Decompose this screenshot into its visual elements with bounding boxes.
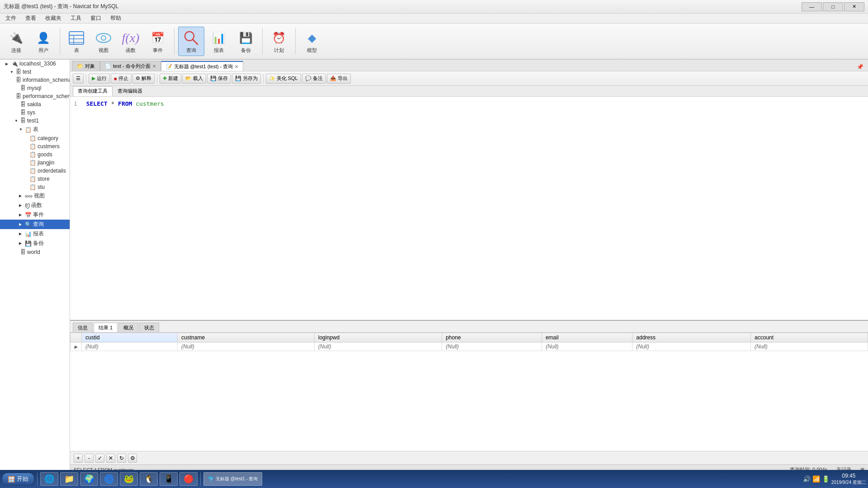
saveas-button[interactable]: 💾 另存为	[232, 74, 261, 84]
taskbar-navicat[interactable]: 🐬 无标题 @test1 - 查询	[203, 472, 262, 486]
th-phone[interactable]: phone	[442, 333, 542, 343]
sidebar-reports-group[interactable]: ▶ 📊 报表	[0, 229, 70, 239]
toolbar-connect[interactable]: 🔌 连接	[4, 27, 29, 56]
editor-area[interactable]: 1 SELECT * FROM custmers	[70, 97, 868, 320]
result-tab-result1[interactable]: 结果 1	[94, 323, 118, 332]
td-address[interactable]: (Null)	[632, 343, 751, 351]
run-button[interactable]: ▶ 运行	[89, 74, 110, 84]
result-tab-overview[interactable]: 概况	[118, 323, 138, 332]
explain-button[interactable]: ⚙ 解释	[132, 74, 155, 84]
toolbar-query[interactable]: 查询	[178, 27, 204, 56]
th-email[interactable]: email	[542, 333, 632, 343]
cancel-row-button[interactable]: ✕	[106, 454, 115, 463]
menu-window[interactable]: 窗口	[87, 14, 105, 23]
taskbar-app1[interactable]: 🐸	[120, 472, 138, 486]
toolbar-view[interactable]: 视图	[91, 27, 116, 56]
toolbar-func[interactable]: f(x) 函数	[118, 27, 143, 56]
td-email[interactable]: (Null)	[542, 343, 632, 351]
save-button[interactable]: 💾 保存	[207, 74, 231, 84]
sidebar-table-jiangjin[interactable]: 📋 jiangjin	[0, 159, 70, 167]
td-custname[interactable]: (Null)	[178, 343, 315, 351]
sidebar-table-goods[interactable]: 📋 goods	[0, 150, 70, 159]
remove-row-button[interactable]: -	[85, 454, 94, 463]
apply-button[interactable]: ✓	[95, 454, 104, 463]
sidebar-queries-group[interactable]: ▶ 🔍 查询	[0, 220, 70, 229]
close-button[interactable]: ✕	[844, 2, 864, 11]
add-row-button[interactable]: +	[74, 454, 83, 463]
menu-tools[interactable]: 工具	[67, 14, 85, 23]
tab-objects[interactable]: 📁 对象	[72, 61, 100, 71]
menu-help[interactable]: 帮助	[107, 14, 125, 23]
load-button[interactable]: 📂 载入	[182, 74, 206, 84]
toolbar-model[interactable]: ◆ 模型	[299, 27, 325, 56]
systray-icons: 🔊 📶 🔋	[803, 475, 830, 483]
stop-button[interactable]: ■ 停止	[111, 74, 132, 84]
result-tab-status[interactable]: 状态	[139, 323, 159, 332]
td-loginpwd[interactable]: (Null)	[314, 343, 442, 351]
qtb-sep-3	[263, 74, 264, 83]
minimize-button[interactable]: —	[802, 2, 822, 11]
th-custname[interactable]: custname	[178, 333, 315, 343]
toolbar-backup[interactable]: 💾 备份	[233, 27, 259, 56]
sidebar-views-group[interactable]: ▶ ∞∞ 视图	[0, 191, 70, 201]
settings-button[interactable]: ⚙	[128, 454, 137, 463]
taskbar-penguin[interactable]: 🐧	[140, 472, 158, 486]
export-button[interactable]: 📤 导出	[327, 74, 351, 84]
td-account[interactable]: (Null)	[751, 343, 868, 351]
sidebar-mysql[interactable]: 🗄 mysql	[0, 84, 70, 92]
menu-button[interactable]: ☰	[73, 74, 84, 84]
sidebar-functions-group[interactable]: ▶ f() 函数	[0, 201, 70, 210]
tab-cmd-close[interactable]: ✕	[152, 64, 156, 69]
new-button[interactable]: ✚ 新建	[160, 74, 181, 84]
th-loginpwd[interactable]: loginpwd	[314, 333, 442, 343]
sidebar-db-test[interactable]: ▼ 🗄 test	[0, 68, 70, 76]
taskbar-app3[interactable]: 🔴	[179, 472, 198, 486]
comment-button[interactable]: 💬 备注	[302, 74, 326, 84]
td-custid[interactable]: (Null)	[82, 343, 178, 351]
taskbar-files[interactable]: 📁	[60, 472, 78, 486]
sidebar-sys[interactable]: 🗄 sys	[0, 108, 70, 117]
td-phone[interactable]: (Null)	[442, 343, 542, 351]
sidebar-table-orderdetails[interactable]: 📋 orderdetails	[0, 167, 70, 175]
tab-query[interactable]: 📝 无标题 @test1 (test) - 查询 ✕	[161, 61, 244, 71]
th-address[interactable]: address	[632, 333, 751, 343]
subtab-editor[interactable]: 查询编辑器	[113, 86, 147, 96]
taskbar-app2[interactable]: 📱	[160, 472, 178, 486]
toolbar-event[interactable]: 📅 事件	[145, 27, 170, 56]
taskbar-browser[interactable]: 🌍	[80, 472, 98, 486]
refresh-button[interactable]: ↻	[117, 454, 126, 463]
toolbar-table[interactable]: 表	[64, 27, 89, 56]
sidebar-sakila[interactable]: 🗄 sakila	[0, 100, 70, 108]
sidebar-table-stu[interactable]: 📋 stu	[0, 183, 70, 191]
sidebar-backup-group[interactable]: ▶ 💾 备份	[0, 239, 70, 248]
sidebar-table-custmers[interactable]: 📋 custmers	[0, 142, 70, 150]
taskbar-swirl[interactable]: 🌀	[100, 472, 118, 486]
sidebar-table-store[interactable]: 📋 store	[0, 175, 70, 183]
menu-favorites[interactable]: 收藏夹	[42, 14, 65, 23]
toolbar-report[interactable]: 📊 报表	[206, 27, 231, 56]
sidebar-world[interactable]: 🗄 world	[0, 248, 70, 256]
tab-pin[interactable]: 📌	[854, 63, 866, 71]
sidebar-server[interactable]: ▶ 🔌 localhost_3306	[0, 60, 70, 68]
start-button[interactable]: 🪟 开始	[2, 473, 34, 485]
sidebar-performance-schema[interactable]: 🗄 performance_schema	[0, 92, 70, 100]
results-area: 信息 结果 1 概况 状态 custid	[70, 320, 868, 465]
sidebar-events-group[interactable]: ▶ 📅 事件	[0, 210, 70, 220]
menu-file[interactable]: 文件	[2, 14, 20, 23]
beautify-button[interactable]: ✨ 美化 SQL	[266, 74, 301, 84]
maximize-button[interactable]: □	[823, 2, 843, 11]
subtab-build[interactable]: 查询创建工具	[73, 86, 113, 96]
tab-query-close[interactable]: ✕	[235, 64, 238, 69]
th-account[interactable]: account	[751, 333, 868, 343]
toolbar-user[interactable]: 👤 用户	[31, 27, 56, 56]
result-tab-info[interactable]: 信息	[73, 323, 93, 332]
th-custid[interactable]: custid	[82, 333, 178, 343]
toolbar-schedule[interactable]: ⏰ 计划	[266, 27, 292, 56]
sidebar-tables-group[interactable]: ▼ 📋 表	[0, 125, 70, 134]
tab-command[interactable]: 📄 test - 命令列介面 ✕	[100, 61, 161, 71]
sidebar-test1[interactable]: ▼ 🗄 test1	[0, 117, 70, 125]
menu-view[interactable]: 查看	[22, 14, 40, 23]
taskbar-ie[interactable]: 🌐	[40, 472, 58, 486]
sidebar-information-schema[interactable]: 🗄 information_schema	[0, 76, 70, 84]
sidebar-table-category[interactable]: 📋 category	[0, 134, 70, 142]
